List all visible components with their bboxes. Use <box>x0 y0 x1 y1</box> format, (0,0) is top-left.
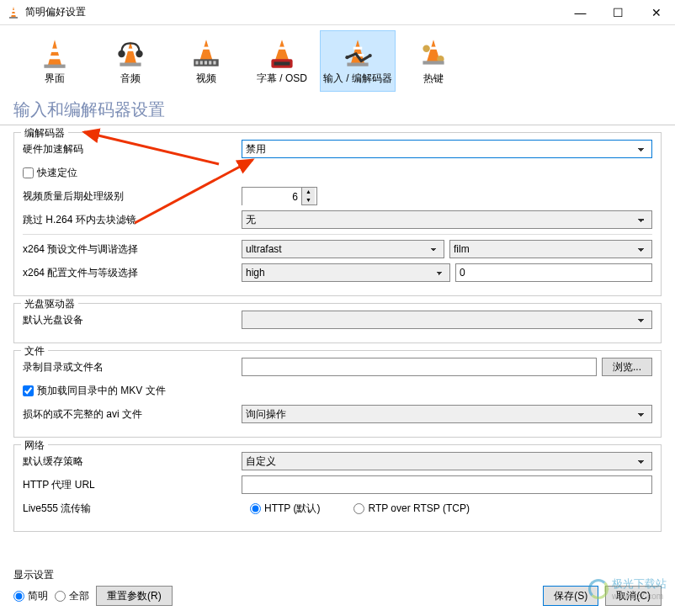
svg-rect-17 <box>200 61 203 64</box>
network-fieldset: 网络 默认缓存策略 自定义 HTTP 代理 URL Live555 流传输 HT… <box>13 444 662 532</box>
tab-video[interactable]: 视频 <box>168 30 244 92</box>
svg-point-33 <box>423 45 429 52</box>
hw-accel-label: 硬件加速解码 <box>23 142 242 157</box>
tab-label: 热键 <box>423 72 444 86</box>
tab-label: 输入 / 编解码器 <box>323 72 392 86</box>
tab-hotkeys[interactable]: 热键 <box>396 30 471 92</box>
svg-rect-3 <box>9 17 18 19</box>
all-radio[interactable]: 全部 <box>55 589 89 603</box>
post-quality-input[interactable] <box>242 188 301 206</box>
live555-http-radio[interactable]: HTTP (默认) <box>250 502 320 516</box>
window-controls: — ☐ ✕ <box>561 0 675 25</box>
live555-rtp-radio[interactable]: RTP over RTSP (TCP) <box>353 502 469 514</box>
svg-point-11 <box>136 50 142 57</box>
cone-headphones-icon <box>113 36 148 68</box>
simple-radio[interactable]: 简明 <box>13 589 48 603</box>
record-dir-input[interactable] <box>242 358 597 376</box>
optical-fieldset: 光盘驱动器 默认光盘设备 <box>13 303 662 343</box>
maximize-button[interactable]: ☐ <box>599 0 637 25</box>
x264-preset-label: x264 预设文件与调谐选择 <box>23 242 242 257</box>
svg-rect-18 <box>205 61 207 64</box>
svg-point-28 <box>345 56 348 59</box>
minimize-button[interactable]: — <box>561 0 599 25</box>
preload-mkv-label: 预加载同目录中的 MKV 文件 <box>37 384 166 398</box>
damaged-avi-label: 损坏的或不完整的 avi 文件 <box>23 407 242 422</box>
post-quality-label: 视频质量后期处理级别 <box>23 189 242 204</box>
window-title: 简明偏好设置 <box>25 5 561 19</box>
svg-rect-12 <box>120 63 141 66</box>
preload-mkv-checkbox[interactable] <box>23 385 34 396</box>
files-fieldset: 文件 录制目录或文件名 浏览... 预加载同目录中的 MKV 文件 损坏的或不完… <box>13 350 662 438</box>
record-dir-label: 录制目录或文件名 <box>23 360 242 374</box>
category-tabbar: 界面 音频 视频 字幕 / OSD 输入 / 编解码器 热键 <box>0 25 675 92</box>
cone-codec-icon <box>340 36 375 68</box>
fast-seek-checkbox[interactable] <box>23 167 34 178</box>
svg-rect-2 <box>11 13 16 15</box>
proxy-input[interactable] <box>242 475 652 494</box>
files-legend: 文件 <box>21 344 48 358</box>
svg-rect-30 <box>347 63 368 66</box>
network-legend: 网络 <box>21 438 48 453</box>
x264-tune-select[interactable]: film <box>449 240 652 258</box>
cancel-button[interactable]: 取消(C) <box>605 586 662 606</box>
svg-rect-6 <box>49 56 61 59</box>
tab-subtitles[interactable]: 字幕 / OSD <box>244 30 320 92</box>
svg-rect-19 <box>209 61 211 64</box>
skip-loop-select[interactable]: 无 <box>242 210 652 229</box>
tab-label: 字幕 / OSD <box>257 72 307 86</box>
display-settings-label: 显示设置 <box>13 568 173 582</box>
cone-icon <box>37 36 72 68</box>
proxy-label: HTTP 代理 URL <box>23 478 242 492</box>
damaged-avi-select[interactable]: 询问操作 <box>242 405 652 423</box>
reset-button[interactable]: 重置参数(R) <box>96 586 173 606</box>
svg-rect-1 <box>12 10 15 12</box>
svg-marker-4 <box>48 40 62 66</box>
svg-rect-35 <box>423 61 444 64</box>
codec-fieldset: 编解码器 硬件加速解码 禁用 快速定位 视频质量后期处理级别 ▲▼ 跳过 H.2… <box>13 132 662 296</box>
close-button[interactable]: ✕ <box>637 0 675 25</box>
svg-rect-7 <box>44 65 65 68</box>
bottom-bar: 显示设置 简明 全部 重置参数(R) 保存(S) 取消(C) <box>0 561 675 616</box>
cone-film-icon <box>189 36 224 68</box>
x264-profile-label: x264 配置文件与等级选择 <box>23 266 242 280</box>
default-disc-label: 默认光盘设备 <box>23 313 242 327</box>
svg-rect-5 <box>50 49 60 52</box>
tab-label: 界面 <box>45 72 65 86</box>
live555-label: Live555 流传输 <box>23 502 242 516</box>
svg-marker-21 <box>275 40 290 61</box>
cone-osd-icon <box>264 36 300 68</box>
cache-select[interactable]: 自定义 <box>242 452 652 470</box>
fast-seek-label: 快速定位 <box>37 166 77 180</box>
svg-rect-24 <box>274 61 290 65</box>
save-button[interactable]: 保存(S) <box>543 586 598 606</box>
spin-up[interactable]: ▲ <box>302 188 315 196</box>
svg-rect-14 <box>202 47 211 50</box>
optical-legend: 光盘驱动器 <box>21 297 78 311</box>
svg-marker-0 <box>11 7 16 18</box>
svg-rect-26 <box>353 47 363 50</box>
x264-preset-select[interactable]: ultrafast <box>242 240 444 258</box>
x264-level-input[interactable] <box>455 263 652 282</box>
hw-accel-select[interactable]: 禁用 <box>242 140 652 158</box>
display-settings-group: 显示设置 简明 全部 重置参数(R) <box>13 568 173 606</box>
spin-down[interactable]: ▼ <box>302 196 315 204</box>
titlebar: 简明偏好设置 — ☐ ✕ <box>0 0 675 25</box>
tab-audio[interactable]: 音频 <box>93 30 168 92</box>
codec-legend: 编解码器 <box>21 126 68 141</box>
tab-label: 视频 <box>196 72 216 86</box>
tab-interface[interactable]: 界面 <box>17 30 93 92</box>
post-quality-spinbox[interactable]: ▲▼ <box>242 187 317 205</box>
default-disc-select[interactable] <box>242 311 652 329</box>
tab-input-codecs[interactable]: 输入 / 编解码器 <box>320 30 396 92</box>
section-title: 输入和编解码器设置 <box>0 92 675 125</box>
svg-rect-9 <box>126 49 136 51</box>
svg-rect-16 <box>195 61 198 64</box>
browse-button[interactable]: 浏览... <box>602 358 652 376</box>
vlc-app-icon <box>7 6 20 19</box>
svg-point-10 <box>118 50 125 57</box>
x264-profile-select[interactable]: high <box>242 263 450 282</box>
svg-rect-22 <box>278 47 287 50</box>
tab-label: 音频 <box>120 72 141 86</box>
content-area: 编解码器 硬件加速解码 禁用 快速定位 视频质量后期处理级别 ▲▼ 跳过 H.2… <box>0 132 675 532</box>
svg-point-29 <box>369 54 372 57</box>
